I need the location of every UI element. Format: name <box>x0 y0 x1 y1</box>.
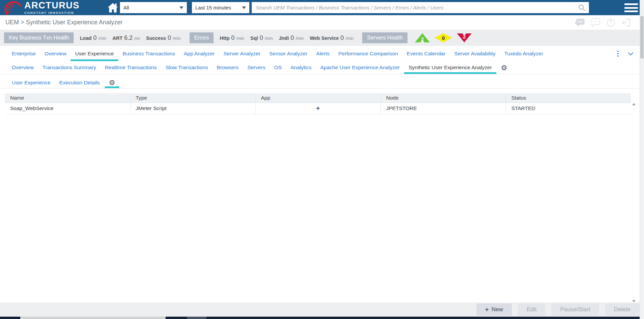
more-tabs-kebab-icon[interactable] <box>616 49 620 58</box>
help-icon[interactable]: ? <box>606 18 616 27</box>
kbt-health-badge: Key Business Txn Health <box>4 32 74 43</box>
subsubtab-user-experience[interactable]: User Experience <box>7 77 55 88</box>
subtab-synthetic-uea[interactable]: Synthetic User Experience Analyzer <box>404 61 496 74</box>
secondary-tabs-settings[interactable]: ⚙ <box>496 61 512 74</box>
time-range-dropdown[interactable]: Last 15 minutes <box>192 2 249 13</box>
metric-load: Load 0 /min <box>80 34 106 42</box>
tab-tuxedo-analyzer[interactable]: Tuxedo Analyzer <box>500 46 547 61</box>
table-header: Name Type App Node Status <box>5 93 631 103</box>
table-scrollbar[interactable] <box>631 103 637 302</box>
subtab-overview[interactable]: Overview <box>7 61 38 74</box>
collapse-chevron-icon[interactable] <box>628 50 634 56</box>
scroll-up-icon[interactable] <box>632 103 636 105</box>
col-status[interactable]: Status <box>505 93 631 103</box>
tertiary-tabs: User Experience Execution Details ⚙ <box>0 77 644 88</box>
subtab-analytics[interactable]: Analytics <box>286 61 316 74</box>
topbar: ARCTURUS CONSTANT INNOVATION All Last 15… <box>0 0 644 15</box>
subtab-browsers[interactable]: Browsers <box>213 61 243 74</box>
delete-button[interactable]: Delete <box>605 303 639 316</box>
plus-icon: + <box>485 306 489 313</box>
metric-web-service: Web Service 0 /min <box>310 34 354 42</box>
subtab-slow-transactions[interactable]: Slow Transactions <box>161 61 213 74</box>
subtab-servers[interactable]: Servers <box>243 61 270 74</box>
tab-business-transactions[interactable]: Business Transactions <box>118 46 179 61</box>
page-scrollbar-thumb[interactable] <box>640 16 644 58</box>
comments-chat-outline-icon[interactable] <box>591 18 600 27</box>
servers-healthy-indicator[interactable]: 2 <box>415 33 430 43</box>
menu-hamburger-icon[interactable] <box>624 3 638 12</box>
cell-status: STARTED <box>505 103 631 114</box>
tab-user-experience[interactable]: User Experience <box>71 46 118 61</box>
home-icon <box>107 3 118 13</box>
new-button[interactable]: + New <box>476 303 512 316</box>
breadcrumb: UEM > Synthetic User Experience Analyzer <box>5 19 123 26</box>
feedback-chat-filled-icon[interactable] <box>575 18 585 27</box>
tab-app-analyzer[interactable]: App Analyzer <box>179 46 219 61</box>
home-button[interactable] <box>107 3 118 13</box>
cell-app: + <box>255 103 380 114</box>
subsubtab-execution-details[interactable]: Execution Details <box>55 77 104 88</box>
scope-dropdown-value: All <box>123 5 179 10</box>
primary-tabs: Enterprise Overview User Experience Busi… <box>0 46 644 61</box>
cell-type: JMeter Script <box>130 103 255 114</box>
chevron-down-icon <box>179 6 183 9</box>
action-bar: + New Edit Pause/Start Delete <box>0 302 644 317</box>
breadcrumb-row: UEM > Synthetic User Experience Analyzer… <box>0 15 644 30</box>
metric-http: Http 0 /min <box>220 34 244 42</box>
tab-enterprise[interactable]: Enterprise <box>7 46 40 61</box>
brand-tagline: CONSTANT INNOVATION <box>24 11 80 15</box>
tab-server-availability[interactable]: Server Availability <box>450 46 500 61</box>
tab-sensor-analyzer[interactable]: Sensor Analyzer <box>265 46 312 61</box>
tertiary-tabs-settings[interactable]: ⚙ <box>104 77 120 88</box>
metric-art: ART 6.2 ms <box>113 34 140 42</box>
search-icon[interactable] <box>578 4 586 11</box>
subtab-transactions-summary[interactable]: Transactions Summary <box>38 61 101 74</box>
servers-critical-indicator[interactable]: 2 <box>457 33 472 43</box>
subtab-realtime-transactions[interactable]: Realtime Transactions <box>100 61 161 74</box>
subtab-apache-uea[interactable]: Apache User Experience Analyzer <box>316 61 404 74</box>
time-range-dropdown-value: Last 15 minutes <box>195 5 242 10</box>
brand-logo: ARCTURUS CONSTANT INNOVATION <box>3 0 105 15</box>
table-row[interactable]: Soap_WebService JMeter Script + JPETSTOR… <box>5 103 631 114</box>
scope-dropdown[interactable]: All <box>120 2 187 13</box>
brand-name: ARCTURUS <box>24 1 80 10</box>
gear-icon: ⚙ <box>109 79 115 86</box>
tab-alerts[interactable]: Alerts <box>312 46 334 61</box>
tab-server-analyzer[interactable]: Server Analyzer <box>219 46 265 61</box>
servers-health-badge: Servers Health <box>362 32 407 43</box>
brand-swirl-icon <box>3 0 21 15</box>
servers-warning-indicator[interactable]: 0 <box>435 33 452 43</box>
global-search <box>252 2 589 13</box>
edit-button[interactable]: Edit <box>518 303 545 316</box>
subtab-os[interactable]: OS <box>270 61 286 74</box>
col-node[interactable]: Node <box>380 93 506 103</box>
search-input[interactable] <box>252 2 578 13</box>
metric-success: Success 0 /min <box>146 34 181 42</box>
synthetic-monitors-table: Name Type App Node Status Soap_WebServic… <box>5 93 631 114</box>
app-window: ARCTURUS CONSTANT INNOVATION All Last 15… <box>0 0 644 319</box>
pause-start-button[interactable]: Pause/Start <box>551 303 599 316</box>
gear-icon: ⚙ <box>501 64 507 71</box>
cell-node: JPETSTORE <box>380 103 506 114</box>
cell-name: Soap_WebService <box>5 103 130 114</box>
scroll-down-icon[interactable] <box>632 300 636 302</box>
metric-jndi: Jndi 0 /min <box>279 34 303 42</box>
page-scrollbar[interactable] <box>640 0 644 319</box>
errors-badge: Errors <box>190 32 214 43</box>
col-app[interactable]: App <box>255 93 380 103</box>
tab-events-calendar[interactable]: Events Calendar <box>402 46 450 61</box>
health-bar: Key Business Txn Health Load 0 /min ART … <box>0 30 644 46</box>
tab-overview[interactable]: Overview <box>40 46 71 61</box>
metric-sql: Sql 0 /min <box>250 34 273 42</box>
col-type[interactable]: Type <box>130 93 255 103</box>
tab-performance-comparison[interactable]: Performance Comparison <box>334 46 402 61</box>
logout-icon[interactable] <box>622 18 631 27</box>
col-name[interactable]: Name <box>5 93 130 103</box>
add-app-icon[interactable]: + <box>316 105 320 112</box>
secondary-tabs: Overview Transactions Summary Realtime T… <box>0 61 644 74</box>
taskbar-edge <box>0 317 644 319</box>
chevron-down-icon <box>242 6 246 9</box>
